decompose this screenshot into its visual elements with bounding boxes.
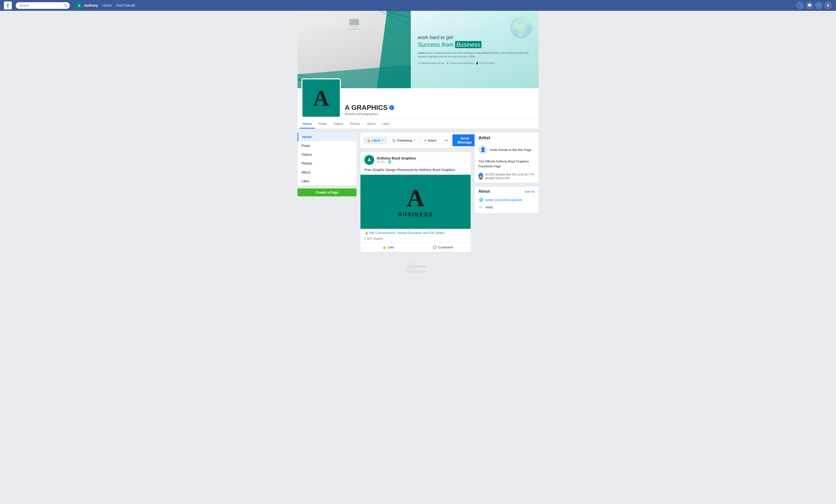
sidebar-nav: Home Posts Videos Photos About Likes bbox=[298, 133, 357, 186]
tag-about-icon: 🏷 bbox=[478, 205, 483, 210]
search-icon: 🔍 bbox=[63, 4, 68, 7]
post-image-title: BUSINESS bbox=[398, 211, 433, 218]
profile-avatar: A bbox=[301, 78, 341, 118]
post-actions: 👍 Like 💬 Comment bbox=[360, 242, 471, 252]
about-section: About See All 🌐 twitter.com/anthonyjboyd… bbox=[475, 187, 538, 213]
artist-card: Artist 👤 Invite friends to like this Pag… bbox=[475, 133, 538, 183]
post-meta: 16 hrs · 🌐 bbox=[377, 160, 416, 164]
cover-highlight: Business bbox=[455, 41, 481, 48]
post-image-letter: A bbox=[407, 186, 424, 210]
verified-badge: ✓ bbox=[389, 105, 394, 110]
watermark-arabic: مستقل bbox=[365, 261, 466, 269]
sidebar-item-about[interactable]: About bbox=[298, 168, 357, 177]
liked-button[interactable]: 👍 Liked ▼ bbox=[363, 137, 387, 144]
liked-dropdown-arrow: ▼ bbox=[381, 139, 384, 141]
sidebar-item-videos[interactable]: Videos bbox=[298, 150, 357, 159]
page-wrapper: 💻 bbox=[298, 11, 538, 282]
profile-avatar-wrapper: A bbox=[301, 78, 341, 118]
nav-tab-posts[interactable]: Posts bbox=[315, 119, 330, 129]
invite-icon: 👤 bbox=[478, 145, 487, 154]
nav-tab-about[interactable]: About bbox=[364, 119, 379, 129]
user-name: Anthony bbox=[84, 3, 98, 7]
globe-about-icon: 🌐 bbox=[478, 197, 483, 202]
globe-icon-btn[interactable]: 🌐 bbox=[815, 1, 823, 9]
artist-card-header: Artist bbox=[475, 133, 538, 143]
create-page-button[interactable]: Create a Page bbox=[298, 189, 357, 196]
sidebar-item-posts[interactable]: Posts bbox=[298, 141, 357, 150]
nav-links: A Anthony Home Find Friends bbox=[76, 2, 793, 9]
following-button[interactable]: 📡 Following ▼ bbox=[389, 137, 419, 144]
globe-post-icon: 🌐 bbox=[388, 160, 392, 164]
friends-icon-btn[interactable]: 👥 bbox=[796, 1, 804, 9]
nav-tab-likes[interactable]: Likes bbox=[379, 119, 393, 129]
sidebar-item-likes[interactable]: Likes bbox=[298, 177, 357, 186]
cover-lorem-text: Lorem Ipsum is simply dummy text of the … bbox=[418, 51, 532, 58]
cover-tagline2: Success from Business bbox=[418, 41, 532, 48]
profile-dropdown-btn[interactable]: ▼ bbox=[824, 1, 832, 9]
comment-action-btn[interactable]: 💬 Comment bbox=[416, 244, 471, 251]
cover-contacts: ✉ runbusiness@gmail.com 🐦 Twitter.com/ru… bbox=[418, 62, 532, 64]
lorem-highlight: Lorem bbox=[418, 52, 425, 54]
about-header: About See All bbox=[478, 189, 535, 194]
comment-icon: 💬 bbox=[433, 246, 437, 249]
email-icon: ✉ bbox=[418, 62, 420, 64]
artist-tag: Artist bbox=[486, 206, 493, 209]
profile-nav-tabs: Home Posts Videos Photos About Likes bbox=[298, 119, 538, 129]
reaction-icons: 👍 bbox=[364, 231, 368, 235]
twitter-link[interactable]: twitter.com/anthonyjboydii bbox=[486, 198, 522, 202]
post-author-name: Anthony Boyd Graphics bbox=[377, 156, 416, 160]
nav-tab-home[interactable]: Home bbox=[300, 119, 315, 129]
nav-user[interactable]: A Anthony bbox=[76, 2, 98, 9]
cover-right-half: 🌍 work hard to get Success from Business… bbox=[411, 11, 538, 88]
nav-home-link[interactable]: Home bbox=[102, 3, 112, 7]
post-image-inner: A BUSINESS bbox=[398, 186, 433, 218]
profile-handle: @anthonyboydgraphics bbox=[345, 112, 535, 116]
following-icon: 📡 bbox=[392, 139, 396, 142]
nav-tab-photos[interactable]: Photos bbox=[347, 119, 363, 129]
profile-name: A GRAPHICS ✓ bbox=[345, 104, 535, 112]
page-likes: 👍 20,803 people like this and 20,779 peo… bbox=[475, 171, 538, 183]
twitter-icon: 🐦 bbox=[446, 62, 449, 64]
more-options-button[interactable]: ••• bbox=[442, 137, 451, 144]
profile-info: A GRAPHICS ✓ @anthonyboydgraphics bbox=[345, 101, 535, 118]
diagonal-lines bbox=[298, 11, 411, 88]
share-button[interactable]: ↗ Share bbox=[420, 137, 440, 144]
sidebar-item-home[interactable]: Home bbox=[298, 133, 357, 141]
nav-find-friends-link[interactable]: Find Friends bbox=[116, 3, 135, 7]
post-image: A BUSINESS bbox=[360, 175, 471, 229]
main-wrapper: 💻 bbox=[0, 11, 836, 282]
send-message-button[interactable]: Send Message bbox=[452, 134, 477, 146]
post-author-info: Anthony Boyd Graphics 16 hrs · 🌐 bbox=[377, 156, 416, 164]
svg-line-2 bbox=[380, 11, 411, 25]
invite-friends-item[interactable]: 👤 Invite friends to like this Page bbox=[475, 143, 538, 157]
main-content: 👍 Liked ▼ 📡 Following ▼ ↗ Share ••• Sen bbox=[360, 133, 471, 278]
about-card: About See All 🌐 twitter.com/anthonyjboyd… bbox=[475, 187, 538, 213]
post-card: A Anthony Boyd Graphics 16 hrs · 🌐 bbox=[360, 152, 471, 252]
sidebar-item-photos[interactable]: Photos bbox=[298, 159, 357, 168]
messenger-icon-btn[interactable]: 💬 bbox=[805, 1, 813, 9]
see-all-link[interactable]: See All bbox=[525, 190, 535, 193]
page-description: The Official Anthony Boyd Graphics Faceb… bbox=[475, 157, 538, 171]
svg-line-1 bbox=[385, 11, 411, 18]
cover-twitter: 🐦 Twitter.com/runbusiness bbox=[446, 62, 474, 64]
share-icon: ↗ bbox=[424, 139, 426, 142]
post-shares: 1,527 shares bbox=[360, 236, 471, 242]
nav-icon-group: 👥 💬 🌐 ▼ bbox=[796, 1, 832, 9]
left-sidebar: Home Posts Videos Photos About Likes Cre… bbox=[298, 133, 357, 278]
world-map-bg: 🌍 bbox=[509, 16, 534, 39]
nav-tab-videos[interactable]: Videos bbox=[330, 119, 347, 129]
post-text: Free Graphic Design Resources by Anthony… bbox=[360, 167, 471, 175]
watermark: مستقل mostaql.com bbox=[360, 256, 471, 278]
facebook-logo-icon: f bbox=[4, 1, 12, 9]
like-action-btn[interactable]: 👍 Like bbox=[360, 244, 416, 251]
whatsapp-icon: 📱 bbox=[476, 62, 478, 64]
search-input[interactable] bbox=[16, 2, 70, 9]
watermark-url: mostaql.com bbox=[365, 269, 466, 273]
thumbs-up-icon: 👍 bbox=[367, 139, 370, 142]
dot-separator: · bbox=[386, 160, 386, 164]
profile-inner: A A GRAPHICS ✓ @anthonyboydgraphics bbox=[298, 88, 538, 118]
right-sidebar: Artist 👤 Invite friends to like this Pag… bbox=[475, 133, 538, 278]
about-twitter-item: 🌐 twitter.com/anthonyjboydii bbox=[478, 196, 535, 203]
cover-email: ✉ runbusiness@gmail.com bbox=[418, 62, 445, 64]
post-header: A Anthony Boyd Graphics 16 hrs · 🌐 bbox=[360, 152, 471, 167]
